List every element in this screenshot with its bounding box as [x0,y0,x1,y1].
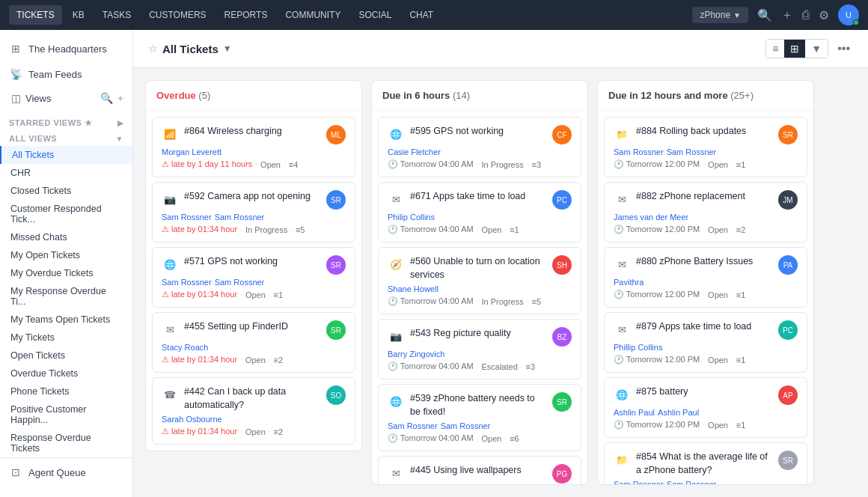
sidebar-nav-overdue-tickets[interactable]: Overdue Tickets [0,365,132,382]
ticket-card[interactable]: ✉ #882 zPhone replacement JM James van d… [604,182,807,243]
main-content: ☆ All Tickets ▼ ≡ ⊞ ▼ ••• Overdue (5) 📶 [133,30,868,497]
assignee-name[interactable]: James van der Meer [614,213,688,222]
view-options-button[interactable]: ▼ [805,40,828,58]
add-icon[interactable]: ＋ [781,7,793,23]
sidebar-nav-customer-responded[interactable]: Customer Responded Tick... [0,200,132,228]
ticket-top: 📷 #592 Camera app not opening SR [162,190,346,210]
search-views-icon[interactable]: 🔍 [100,92,113,104]
ticket-status: Open [260,160,281,169]
nav-tickets[interactable]: TICKETS [9,5,62,25]
assignee-name[interactable]: Morgan Leverett [162,147,221,156]
ticket-card[interactable]: ☎ #442 Can I back up data automatically?… [152,377,355,445]
sidebar-item-headquarters[interactable]: ⊞ The Headquarters [0,36,132,61]
sidebar-nav-chr[interactable]: CHR [0,164,132,182]
assignee-name[interactable]: Phillip Collins [614,343,662,352]
ticket-card[interactable]: 📶 #864 Wireless charging ML Morgan Lever… [152,117,355,177]
ticket-card[interactable]: 📷 #543 Reg picture quality BZ Barry Zing… [378,319,581,379]
ticket-card[interactable]: 🧭 #560 Unable to turn on location servic… [378,247,581,314]
ticket-info: #445 Using live wallpapers [410,464,546,478]
assignee-name[interactable]: Sam Rossner [215,278,265,287]
ticket-card[interactable]: 🌐 #539 zPhone battery needs to be fixed!… [378,384,581,451]
assignee-name[interactable]: Sam Rossner [667,480,717,484]
ticket-id-title: #882 zPhone replacement [636,190,772,204]
assignee-name[interactable]: Pavithra [614,278,644,287]
zphone-button[interactable]: zPhone ▼ [692,7,748,23]
sidebar-nav-closed-tickets[interactable]: Closed Tickets [0,182,132,200]
ticket-card[interactable]: 📁 #854 What is the average life of a zPh… [604,442,807,484]
ticket-card[interactable]: 📁 #884 Rolling back updates SR Sam Rossn… [604,117,807,177]
list-view-button[interactable]: ≡ [766,40,784,58]
ticket-card[interactable]: ✉ #671 Apps take time to load PC Philip … [378,182,581,243]
assignee-name[interactable]: Sam Rossner [614,147,664,156]
sidebar-agent-queue[interactable]: ⊡ Agent Queue [0,458,132,487]
compose-icon[interactable]: ⎙ [802,8,810,22]
ticket-card[interactable]: ✉ #445 Using live wallpapers PG Peter Gr… [378,456,581,484]
ticket-time: 🕐 Tomorrow 04:00 AM [388,296,474,306]
nav-tasks[interactable]: TASKS [95,5,138,25]
sidebar-bottom: ⊡ Agent Queue ⊟ Teams Queue [0,457,132,497]
nav-reports[interactable]: REPORTS [217,5,275,25]
ticket-meta: ⚠ late by 01:34 hour · In Progress · ≡5 [162,225,346,234]
assignee-name[interactable]: Sarah Osbourne [162,415,222,424]
assignee-name[interactable]: Sam Rossner [614,480,664,484]
sidebar-item-team-feeds[interactable]: 📡 Team Feeds [0,61,132,87]
assignee-name[interactable]: Ashlin Paul [614,408,655,417]
nav-chat[interactable]: CHAT [402,5,441,25]
assignee-name[interactable]: Sam Rossner [388,421,438,430]
sidebar-nav-positive-customer[interactable]: Positive Customer Happin... [0,400,132,429]
title-chevron-icon[interactable]: ▼ [223,43,232,54]
assignee-name[interactable]: Sam Rossner [441,421,491,430]
ticket-status: Open [481,225,501,234]
ticket-message-count: ≡1 [274,290,284,299]
assignee-name[interactable]: Shane Howell [388,284,438,293]
assignee-name[interactable]: Ashlin Paul [658,408,699,417]
assignee-name[interactable]: Casie Fletcher [388,147,441,156]
assignee-name[interactable]: Sam Rossner [162,278,212,287]
ticket-card[interactable]: ✉ #455 Setting up FinderID SR Stacy Roac… [152,312,355,373]
sidebar-nav-my-teams-open[interactable]: My Teams Open Tickets [0,311,132,329]
sidebar-teams-queue[interactable]: ⊟ Teams Queue [0,487,132,497]
assignee-name[interactable]: Sam Rossner [667,147,717,156]
nav-community[interactable]: COMMUNITY [278,5,348,25]
ticket-info: #880 zPhone Battery Issues [636,255,772,269]
ticket-card[interactable]: ✉ #879 Apps take time to load PC Phillip… [604,312,807,373]
assignee-name[interactable]: Sam Rossner [215,213,265,222]
nav-social[interactable]: SOCIAL [351,5,399,25]
favorite-star-icon[interactable]: ☆ [148,43,158,55]
settings-icon[interactable]: ⚙ [819,8,829,22]
kanban-view-button[interactable]: ⊞ [784,40,805,58]
assignee-name[interactable]: Philip Collins [388,213,435,222]
sidebar-nav-missed-chats[interactable]: Missed Chats [0,228,132,246]
ticket-avatar: SR [552,392,572,412]
sidebar-nav-open-tickets[interactable]: Open Tickets [0,347,132,365]
ticket-message-count: ≡4 [289,160,299,169]
assignee-name[interactable]: Barry Zingovich [388,350,444,359]
ticket-type-icon: ✉ [614,191,630,207]
ticket-separator: · [703,225,705,234]
ticket-id-title: #875 battery [636,385,772,399]
sidebar-nav-my-tickets[interactable]: My Tickets [0,329,132,347]
sidebar-nav-my-response-overdue[interactable]: My Response Overdue Ti... [0,282,132,311]
ticket-separator: · [703,290,705,299]
ticket-card[interactable]: 📷 #592 Camera app not opening SR Sam Ros… [152,182,355,243]
add-view-icon[interactable]: + [117,92,123,104]
nav-kb[interactable]: KB [65,5,92,25]
ticket-assignees: Sam Rossner Sam Rossner [162,213,346,222]
sidebar-nav-all-tickets[interactable]: All Tickets [0,146,132,164]
more-options-button[interactable]: ••• [834,39,853,58]
sidebar-nav-response-overdue[interactable]: Response Overdue Tickets [0,429,132,457]
ticket-card[interactable]: 🌐 #595 GPS not working CF Casie Fletcher… [378,117,581,177]
sidebar-nav-phone-tickets[interactable]: Phone Tickets [0,382,132,400]
sidebar-nav-my-open-tickets[interactable]: My Open Tickets [0,246,132,264]
ticket-card[interactable]: 🌐 #875 battery AP Ashlin Paul Ashlin Pau… [604,377,807,438]
ticket-card[interactable]: 🌐 #571 GPS not working SR Sam Rossner Sa… [152,247,355,308]
assignee-name[interactable]: Stacy Roach [162,343,208,352]
user-avatar[interactable]: U [838,4,859,25]
nav-customers[interactable]: CUSTOMERS [141,5,213,25]
ticket-message-count: ≡1 [736,421,746,430]
sidebar-nav-my-overdue-tickets[interactable]: My Overdue Tickets [0,264,132,282]
ticket-card[interactable]: ✉ #880 zPhone Battery Issues PA Pavithra… [604,247,807,308]
ticket-message-count: ≡3 [532,160,542,169]
assignee-name[interactable]: Sam Rossner [162,213,212,222]
search-icon[interactable]: 🔍 [757,8,772,22]
